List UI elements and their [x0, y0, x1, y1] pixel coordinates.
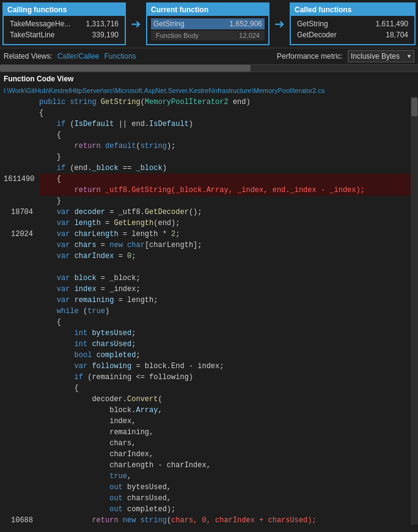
arrow-current-to-called: ➜ — [271, 2, 288, 45]
ln-25 — [4, 361, 33, 372]
ln-32 — [4, 438, 33, 449]
ln-16 — [4, 262, 33, 273]
code-line-21: { — [39, 317, 411, 328]
code-line-36: out bytesUsed, — [39, 482, 411, 493]
current-item-0-name: GetString — [153, 20, 185, 28]
ln-39: 10688 — [4, 515, 33, 525]
ln-37 — [4, 493, 33, 504]
current-panel: Current function GetString 1,652,906 Fun… — [146, 2, 270, 45]
code-line-11: var decoder = _utf8.GetDecoder(); — [39, 207, 411, 218]
called-item-0-name: GetString — [297, 20, 328, 28]
code-line-19: var remaining = length; — [39, 295, 411, 306]
ln-38 — [4, 504, 33, 515]
calling-item-0-name: TakeMessageHe... — [10, 20, 70, 28]
code-line-15: var charIndex = 0; — [39, 251, 411, 262]
code-line-22: int bytesUsed; — [39, 328, 411, 339]
ln-8: 1611490 — [4, 174, 33, 185]
code-line-10: } — [39, 196, 411, 207]
related-views-label: Related Views: — [4, 52, 53, 61]
code-content: public string GetString(MemoryPoolIterat… — [37, 97, 411, 525]
code-line-38: out completed); — [39, 504, 411, 515]
code-line-6: } — [39, 152, 411, 163]
code-line-4: { — [39, 130, 411, 141]
ln-29 — [4, 405, 33, 416]
code-line-12: var length = GetLength(end); — [39, 218, 411, 229]
function-body-label: Function Body — [156, 32, 199, 39]
code-line-5: return default(string); — [39, 141, 411, 152]
ln-23 — [4, 339, 33, 350]
views-row: Related Views: Caller/Callee Functions P… — [0, 48, 418, 65]
ln-31 — [4, 427, 33, 438]
code-line-14: var chars = new char[charLength]; — [39, 240, 411, 251]
code-line-28: decoder.Convert( — [39, 394, 411, 405]
code-line-26: if (remaining <= following) — [39, 372, 411, 383]
functions-link[interactable]: Functions — [105, 52, 136, 61]
calling-panel: Calling functions TakeMessageHe... 1,313… — [2, 2, 126, 45]
code-line-39: return new string(chars, 0, charIndex + … — [39, 515, 411, 525]
ln-19 — [4, 295, 33, 306]
ln-11: 18704 — [4, 207, 33, 218]
called-item-1[interactable]: GetDecoder 18,704 — [295, 29, 411, 40]
code-line-37: out charsUsed, — [39, 493, 411, 504]
function-body-value: 12,024 — [239, 32, 260, 39]
called-item-1-value: 18,704 — [386, 31, 408, 39]
code-line-24: bool completed; — [39, 350, 411, 361]
code-view-header: Function Code View — [0, 72, 418, 86]
scrollbar-thumb — [0, 65, 251, 72]
top-panels: Calling functions TakeMessageHe... 1,313… — [0, 0, 418, 48]
line-numbers: 1611490 18704 12024 — [0, 97, 37, 525]
ln-36 — [4, 482, 33, 493]
code-line-30: index, — [39, 416, 411, 427]
arrow-calling-to-current: ➜ — [127, 2, 145, 45]
calling-item-1-name: TakeStartLine — [10, 31, 54, 39]
code-line-29: block.Array, — [39, 405, 411, 416]
code-line-32: chars, — [39, 438, 411, 449]
ln-5 — [4, 141, 33, 152]
ln-33 — [4, 449, 33, 460]
code-line-27: { — [39, 383, 411, 394]
calling-item-1-value: 339,190 — [92, 31, 119, 39]
ln-12 — [4, 218, 33, 229]
called-panel: Called functions GetString 1,611,490 Get… — [290, 2, 416, 45]
horizontal-scrollbar[interactable] — [0, 65, 418, 72]
code-line-18: var index = _index; — [39, 284, 411, 295]
ln-18 — [4, 284, 33, 295]
perf-metric-wrapper[interactable]: Inclusive Bytes Exclusive Bytes — [348, 50, 414, 62]
calling-item-0[interactable]: TakeMessageHe... 1,313,716 — [7, 18, 121, 29]
ln-1 — [4, 97, 33, 108]
function-body-item: Function Body 12,024 — [151, 31, 265, 40]
ln-9 — [4, 185, 33, 196]
ln-21 — [4, 317, 33, 328]
code-line-31: remaining, — [39, 427, 411, 438]
ln-17 — [4, 273, 33, 284]
ln-6 — [4, 152, 33, 163]
code-line-3: if (IsDefault || end.IsDefault) — [39, 119, 411, 130]
code-line-8: { — [39, 174, 411, 185]
code-file-path[interactable]: l:\Work\GitHub\KestrelHttpServer\src\Mic… — [0, 86, 418, 97]
ln-34 — [4, 460, 33, 471]
perf-metric-select[interactable]: Inclusive Bytes Exclusive Bytes — [348, 50, 414, 62]
ln-28 — [4, 394, 33, 405]
vertical-scrollbar[interactable] — [411, 97, 418, 525]
ln-35 — [4, 471, 33, 482]
current-item-0[interactable]: GetString 1,652,906 — [151, 18, 265, 29]
caller-callee-link[interactable]: Caller/Callee — [57, 52, 100, 61]
code-area: 1611490 18704 12024 — [0, 97, 418, 525]
ln-30 — [4, 416, 33, 427]
ln-13: 12024 — [4, 229, 33, 240]
called-item-0-value: 1,611,490 — [376, 20, 408, 28]
code-line-35: true, — [39, 471, 411, 482]
ln-27 — [4, 383, 33, 394]
ln-7 — [4, 163, 33, 174]
code-line-33: charIndex, — [39, 449, 411, 460]
code-line-13: var charLength = length * 2; — [39, 229, 411, 240]
code-line-7: if (end._block == _block) — [39, 163, 411, 174]
ln-14 — [4, 240, 33, 251]
code-line-25: var following = block.End - index; — [39, 361, 411, 372]
calling-item-0-value: 1,313,716 — [86, 20, 119, 28]
called-panel-title: Called functions — [291, 4, 414, 16]
perf-metric-label: Performance metric: — [277, 52, 343, 61]
vertical-scrollbar-thumb — [411, 98, 417, 116]
called-item-0[interactable]: GetString 1,611,490 — [295, 18, 411, 29]
calling-item-1[interactable]: TakeStartLine 339,190 — [7, 29, 121, 40]
